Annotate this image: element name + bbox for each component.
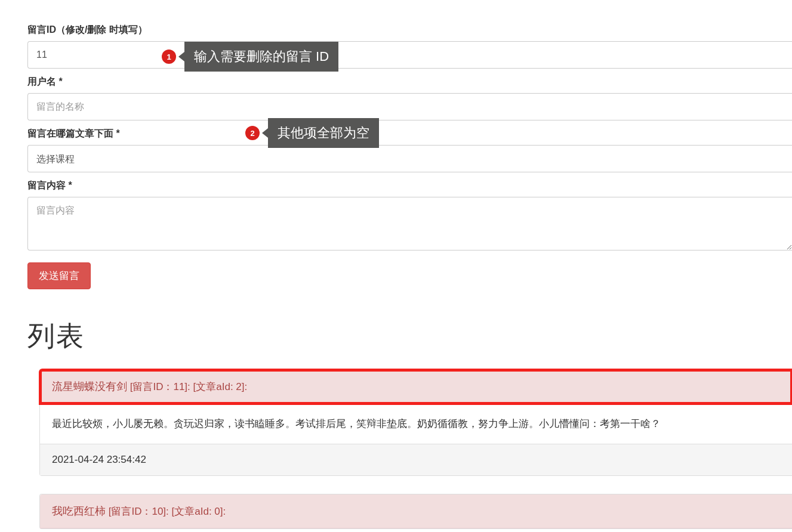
message-panel-heading: 流星蝴蝶没有剑 [留言ID：11]: [文章aId: 2]: — [40, 370, 792, 404]
list-heading: 列表 — [27, 318, 792, 355]
content-label: 留言内容 * — [27, 180, 792, 192]
msgid-input[interactable] — [27, 41, 792, 69]
article-label: 留言在哪篇文章下面 * — [27, 128, 792, 140]
annotation-arrow-icon — [178, 52, 184, 61]
page-container: 留言ID（修改/删除 时填写） 用户名 * 留言在哪篇文章下面 * 选择课程 留… — [0, 0, 792, 529]
article-group: 留言在哪篇文章下面 * 选择课程 — [27, 128, 792, 172]
username-group: 用户名 * — [27, 76, 792, 120]
message-title-meta: [留言ID：11]: [文章aId: 2]: — [127, 381, 247, 392]
article-select[interactable]: 选择课程 — [27, 145, 792, 172]
msgid-label: 留言ID（修改/删除 时填写） — [27, 24, 792, 36]
message-body: 最近比较烦，小儿屡无赖。贪玩迟归家，读书瞌睡多。考试排后尾，笑辩非垫底。奶奶循循… — [40, 404, 792, 444]
submit-button[interactable]: 发送留言 — [27, 262, 91, 289]
annotation-1: 1 输入需要删除的留言 ID — [162, 42, 338, 72]
username-label: 用户名 * — [27, 76, 792, 88]
message-panel: 我吃西红柿 [留言ID：10]: [文章aId: 0]: — [39, 494, 792, 529]
msgid-group: 留言ID（修改/删除 时填写） — [27, 24, 792, 69]
annotation-arrow-icon — [262, 128, 268, 138]
content-textarea[interactable] — [27, 197, 792, 250]
annotation-badge-icon: 2 — [245, 126, 260, 140]
message-timestamp: 2021-04-24 23:54:42 — [40, 444, 792, 475]
annotation-label: 其他项全部为空 — [268, 118, 379, 148]
message-title-main: 流星蝴蝶没有剑 — [52, 381, 127, 392]
annotation-2: 2 其他项全部为空 — [245, 118, 379, 148]
annotation-label: 输入需要删除的留言 ID — [184, 42, 338, 72]
message-title-meta: [留言ID：10]: [文章aId: 0]: — [106, 506, 226, 517]
message-panel-heading: 我吃西红柿 [留言ID：10]: [文章aId: 0]: — [40, 494, 792, 528]
username-input[interactable] — [27, 93, 792, 120]
annotation-badge-icon: 1 — [162, 50, 176, 64]
message-title-main: 我吃西红柿 — [52, 505, 106, 517]
content-group: 留言内容 * — [27, 180, 792, 253]
message-panel: 流星蝴蝶没有剑 [留言ID：11]: [文章aId: 2]: 最近比较烦，小儿屡… — [39, 369, 792, 476]
